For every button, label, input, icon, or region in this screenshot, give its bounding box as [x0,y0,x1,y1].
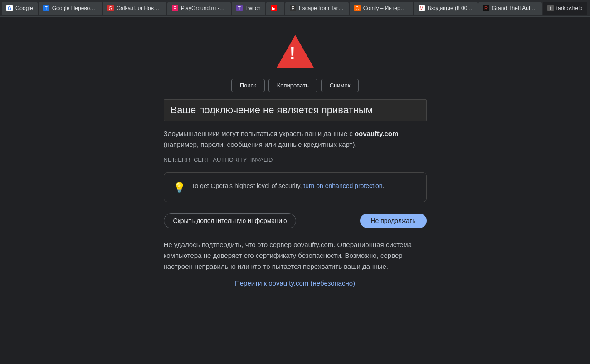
tab-favicon-gmail: M [419,5,425,11]
error-code: NET::ERR_CERT_AUTHORITY_INVALID [164,156,427,163]
tab-label-google: Google [15,5,33,11]
tab-gmail[interactable]: MВходящие (8 001) -... [414,2,478,15]
action-buttons-row: Поиск Копировать Снимок [231,79,359,92]
tab-google[interactable]: GGoogle [2,2,38,15]
tab-label-galka: Galka.if.ua Новини... [117,5,162,11]
description-text-after: (например, пароли, сообщения или данные … [164,141,357,148]
tip-text-before: To get Opera's highest level of security… [192,182,304,189]
tab-playground[interactable]: PPlayGround.ru - ко... [167,2,231,15]
tab-label-gmail: Входящие (8 001) -... [428,5,473,11]
tab-gta[interactable]: RGrand Theft Auto V... [478,2,542,15]
tab-label-translate: Google Переводчик [52,5,98,11]
tab-favicon-translate: T [43,5,49,11]
page-content: Поиск Копировать Снимок Ваше подключение… [155,17,436,305]
tab-youtube[interactable]: ▶ [266,2,284,15]
hide-info-button[interactable]: Скрыть дополнительную информацию [164,213,297,228]
tab-label-comfy: Comfy – Интернет... [363,5,409,11]
error-heading: Ваше подключение не является приватным [164,99,427,121]
tab-twitch[interactable]: TTwitch [232,2,265,15]
tip-text-after: . [383,182,385,189]
tab-favicon-playground: P [172,5,178,11]
tab-favicon-twitch: T [236,5,243,11]
tab-favicon-google: G [6,5,13,11]
description-text-before: Злоумышленники могут попытаться украсть … [164,130,355,137]
tab-label-gta: Grand Theft Auto V... [492,5,537,11]
tab-favicon-tarkov: E [290,5,296,11]
security-tip-text: To get Opera's highest level of security… [192,181,385,191]
bottom-buttons: Скрыть дополнительную информацию Не прод… [164,213,427,228]
warning-icon-container [276,35,314,70]
lightbulb-icon: 💡 [173,182,185,194]
tab-galka[interactable]: GGalka.if.ua Новини... [103,2,166,15]
tabs-bar: GGoogleTGoogle ПереводчикGGalka.if.ua Но… [0,0,590,16]
copy-button[interactable]: Копировать [268,79,317,92]
tab-favicon-youtube: ▶ [271,5,277,11]
browser-chrome: GGoogleTGoogle ПереводчикGGalka.if.ua Но… [0,0,590,17]
tab-favicon-gta: R [483,5,489,11]
enhanced-protection-link[interactable]: turn on enhanced protection [303,182,382,189]
security-tip-box: 💡 To get Opera's highest level of securi… [164,172,427,202]
unsafe-link[interactable]: Перейти к oovaufty.com (небезопасно) [235,279,355,287]
no-continue-button[interactable]: Не продолжать [360,214,427,228]
warning-triangle-icon [276,35,314,68]
tab-label-twitch: Twitch [245,5,261,11]
description: Злоумышленники могут попытаться украсть … [164,128,427,150]
tab-tarkov2[interactable]: ttarkov.help [543,2,587,15]
tab-comfy[interactable]: CComfy – Интернет... [350,2,413,15]
tab-translate[interactable]: TGoogle Переводчик [39,2,102,15]
tab-label-tarkov: Escape from Tarkov... [299,5,344,11]
tab-label-tarkov2: tarkov.help [556,5,583,11]
tab-favicon-tarkov2: t [547,5,554,11]
tab-favicon-galka: G [107,5,114,11]
extended-info: Не удалось подтвердить, что это сервер o… [164,239,427,272]
search-button[interactable]: Поиск [231,79,265,92]
tab-tarkov[interactable]: EEscape from Tarkov... [285,2,349,15]
domain-bold: oovaufty.com [355,130,398,137]
snapshot-button[interactable]: Снимок [321,79,359,92]
tab-label-playground: PlayGround.ru - ко... [181,5,226,11]
tab-favicon-comfy: C [354,5,361,11]
